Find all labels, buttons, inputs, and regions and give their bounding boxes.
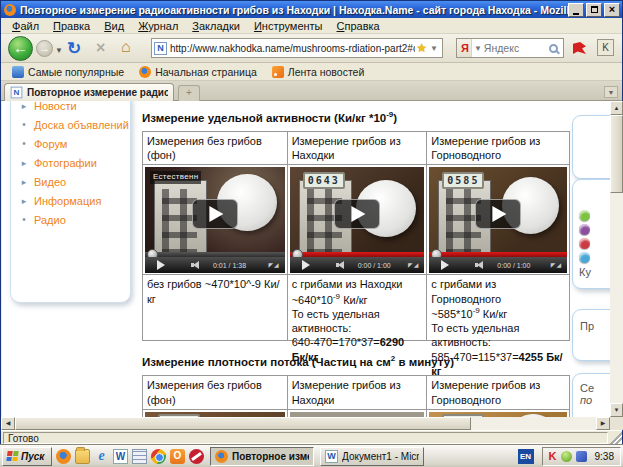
activity-table: Измерения без грибов (фон) Измерение гри…	[142, 131, 570, 342]
forward-button[interactable]: →	[36, 40, 53, 57]
menu-bookmarks[interactable]: Закладки	[185, 19, 247, 33]
firefox-window: Повторное измерение радиоактивности гриб…	[0, 0, 623, 444]
url-input[interactable]	[170, 43, 415, 54]
minimize-button[interactable]	[568, 3, 584, 17]
language-indicator[interactable]: EN	[518, 449, 534, 464]
quicklaunch-blocked-icon[interactable]	[189, 449, 204, 464]
quicklaunch-ie-icon[interactable]: e	[94, 449, 109, 464]
tab-active[interactable]: N Повторное измерение радиоактив...	[4, 83, 174, 101]
kaspersky-tray-icon[interactable]: K	[549, 450, 557, 462]
bookmark-news-feed[interactable]: Лента новостей	[266, 66, 371, 78]
horizontal-scrollbar[interactable]: ◀ ▶	[1, 417, 610, 430]
taskbar-window-word[interactable]: W Документ1 - Microsoft ...	[320, 447, 424, 466]
currency-icon-purple[interactable]	[579, 224, 590, 235]
scroll-down-icon[interactable]: ▼	[610, 403, 623, 417]
right-panel-box	[572, 115, 610, 179]
column-header: Измерения без грибов (фон)	[143, 376, 288, 410]
vertical-scroll-thumb[interactable]	[610, 115, 623, 193]
scroll-up-icon[interactable]: ▲	[610, 101, 623, 115]
fullscreen-icon[interactable]: ◤◢	[268, 262, 279, 270]
youtube-video-gornovodnoye[interactable]: 0585 0:00 / 1:00 ◤◢	[429, 167, 567, 273]
volume-icon[interactable]	[475, 261, 487, 270]
bookmark-home-page[interactable]: Начальная страница	[133, 66, 263, 78]
sidebar-item-radio[interactable]: •Радио	[20, 210, 130, 229]
currency-icon-red[interactable]	[579, 238, 590, 249]
video-cell: 0585 0:00 / 1:00 ◤◢	[427, 165, 570, 275]
menu-file[interactable]: Файл	[5, 19, 46, 33]
kaspersky-toolbar-icon[interactable]	[573, 42, 586, 54]
quicklaunch-opera-icon[interactable]: O	[170, 449, 185, 464]
video-cell: 0643 0:00 / 1:00 ◤◢	[288, 165, 428, 275]
quicklaunch-chrome-icon[interactable]	[151, 449, 166, 464]
youtube-video-nakhodka[interactable]: 0643 0:00 / 1:00 ◤◢	[290, 167, 425, 273]
volume-icon[interactable]	[336, 261, 348, 270]
search-bar[interactable]: Я ▼	[456, 38, 564, 58]
tray-network-icon[interactable]	[576, 451, 587, 462]
url-bar[interactable]: N ★ ▼	[151, 38, 443, 58]
dot-bullet-icon: •	[20, 138, 28, 149]
play-button-overlay[interactable]	[334, 199, 380, 229]
sidebar-item-info[interactable]: ▸Информация	[20, 191, 130, 210]
play-button-overlay[interactable]	[475, 199, 521, 229]
close-button[interactable]: ×	[604, 3, 620, 17]
search-input[interactable]	[484, 42, 549, 54]
search-icon[interactable]	[549, 44, 558, 53]
volume-icon[interactable]	[191, 261, 203, 270]
sidebar-item-photos[interactable]: ▸Фотографии	[20, 153, 130, 172]
k-toolbar-button[interactable]: K	[597, 39, 614, 56]
taskbar-window-firefox[interactable]: Повторное измерени...	[210, 447, 314, 466]
search-engine-dropdown-icon[interactable]: ▼	[472, 44, 484, 53]
bookmark-most-popular[interactable]: Самые популярные	[6, 66, 130, 78]
play-button-overlay[interactable]	[192, 199, 238, 229]
dot-bullet-icon: •	[20, 119, 28, 130]
flux-table: Измерения без грибов (фон) Измерение гри…	[142, 375, 570, 417]
desktop: Повторное измерение радиоактивности гриб…	[0, 0, 623, 467]
scroll-right-icon[interactable]: ▶	[596, 417, 610, 430]
start-button[interactable]: Пуск	[2, 447, 52, 466]
fullscreen-icon[interactable]: ◤◢	[408, 262, 419, 270]
menu-edit[interactable]: Правка	[46, 19, 97, 33]
right-panel-box: Се по	[572, 373, 610, 417]
restore-button[interactable]	[586, 3, 602, 17]
menu-help[interactable]: Справка	[330, 19, 387, 33]
bookmark-star-icon[interactable]: ★	[416, 41, 427, 55]
back-button[interactable]: ←	[8, 36, 33, 61]
stop-button[interactable]: ×	[96, 39, 105, 57]
scroll-left-icon[interactable]: ◀	[1, 417, 15, 430]
sidebar-item-news[interactable]: ▸Новости	[20, 101, 130, 115]
title-bar[interactable]: Повторное измерение радиоактивности гриб…	[1, 1, 622, 18]
play-icon[interactable]	[441, 260, 449, 270]
quicklaunch-firefox-icon[interactable]	[56, 449, 71, 464]
resize-grip[interactable]	[610, 432, 622, 444]
menu-history[interactable]: Журнал	[131, 19, 185, 33]
yandex-engine-icon[interactable]: Я	[457, 39, 472, 57]
menu-tools[interactable]: Инструменты	[247, 19, 330, 33]
tray-status-icon[interactable]	[561, 451, 572, 462]
currency-icon-blue[interactable]	[579, 252, 590, 263]
quicklaunch-folder-icon[interactable]	[75, 449, 90, 464]
list-all-tabs-icon[interactable]: ▼	[604, 86, 618, 98]
quicklaunch-document-icon[interactable]	[132, 449, 147, 464]
arrow-bullet-icon: ▸	[20, 101, 28, 111]
new-tab-button[interactable]: +	[178, 85, 200, 101]
menu-view[interactable]: Вид	[97, 19, 131, 33]
play-icon[interactable]	[157, 260, 165, 270]
vertical-scrollbar[interactable]: ▲ ▼	[610, 101, 623, 417]
horizontal-scroll-thumb[interactable]	[15, 417, 471, 430]
play-icon[interactable]	[302, 260, 310, 270]
youtube-video-background[interactable]: Естественн 0:01 / 1:38 ◤◢	[145, 167, 285, 273]
clock[interactable]: 9:38	[595, 451, 614, 462]
reload-button[interactable]: ↻	[67, 38, 81, 59]
menu-bar: Файл Правка Вид Журнал Закладки Инструме…	[1, 18, 622, 34]
sidebar-item-video[interactable]: ▸Видео	[20, 172, 130, 191]
home-button[interactable]: ⌂	[121, 38, 131, 56]
video-cell: Естественн 0:01 / 1:38 ◤◢	[143, 165, 288, 275]
fullscreen-icon[interactable]: ◤◢	[551, 262, 562, 270]
taskbar: Пуск e W O Повторное измерени... W Докум…	[0, 444, 623, 467]
quicklaunch-word-icon[interactable]: W	[113, 449, 128, 464]
url-dropdown-icon[interactable]: ▼	[428, 44, 440, 53]
sidebar-item-forum[interactable]: •Форум	[20, 134, 130, 153]
history-dropdown-icon[interactable]: ▼	[55, 46, 63, 55]
sidebar-item-board[interactable]: •Доска объявлений	[20, 115, 130, 134]
currency-icon-green[interactable]	[579, 210, 590, 221]
